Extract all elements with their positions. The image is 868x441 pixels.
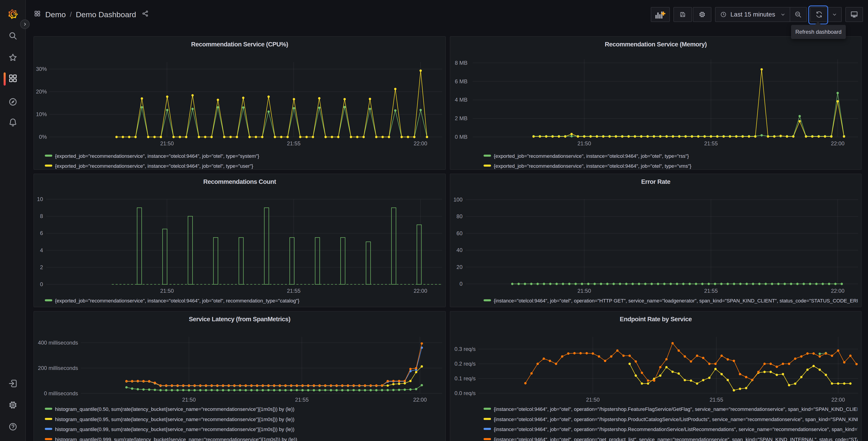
svg-text:0%: 0%	[39, 134, 47, 140]
svg-text:60: 60	[456, 230, 463, 236]
svg-text:20%: 20%	[36, 89, 47, 95]
svg-text:21:55: 21:55	[704, 288, 718, 294]
svg-text:0.0 req/s: 0.0 req/s	[455, 390, 476, 396]
svg-text:0.1 req/s: 0.1 req/s	[455, 375, 476, 381]
svg-text:20: 20	[456, 264, 463, 270]
svg-text:21:55: 21:55	[295, 396, 309, 403]
svg-text:0 MB: 0 MB	[455, 134, 467, 140]
svg-text:21:50: 21:50	[586, 396, 600, 403]
svg-text:22:00: 22:00	[414, 288, 427, 294]
svg-text:80: 80	[456, 213, 463, 219]
svg-text:4: 4	[40, 247, 43, 253]
svg-text:21:55: 21:55	[704, 140, 718, 146]
svg-text:22:00: 22:00	[414, 140, 427, 146]
svg-text:21:55: 21:55	[287, 140, 301, 146]
svg-text:40: 40	[456, 247, 463, 253]
svg-text:21:55: 21:55	[287, 288, 301, 294]
svg-text:21:50: 21:50	[578, 140, 591, 146]
svg-text:10%: 10%	[36, 111, 47, 117]
svg-text:0.2 req/s: 0.2 req/s	[455, 361, 476, 367]
svg-text:8 MB: 8 MB	[455, 60, 467, 66]
svg-text:22:00: 22:00	[831, 396, 845, 403]
svg-text:200 milliseconds: 200 milliseconds	[38, 365, 78, 371]
svg-text:0: 0	[460, 281, 463, 287]
svg-text:8: 8	[40, 213, 43, 219]
svg-text:100: 100	[454, 197, 463, 203]
svg-text:22:00: 22:00	[831, 140, 844, 146]
svg-text:22:00: 22:00	[413, 396, 427, 403]
svg-text:30%: 30%	[36, 66, 47, 72]
svg-text:21:50: 21:50	[160, 288, 174, 294]
svg-text:22:00: 22:00	[831, 288, 844, 294]
svg-text:21:50: 21:50	[578, 288, 591, 294]
svg-text:2 MB: 2 MB	[455, 115, 467, 121]
svg-text:2: 2	[40, 264, 43, 270]
svg-text:400 milliseconds: 400 milliseconds	[38, 340, 78, 346]
svg-text:6 MB: 6 MB	[455, 78, 467, 84]
svg-text:4 MB: 4 MB	[455, 97, 467, 103]
svg-text:0 milliseconds: 0 milliseconds	[44, 390, 78, 396]
svg-text:21:50: 21:50	[160, 140, 174, 146]
svg-text:21:55: 21:55	[710, 396, 723, 403]
svg-text:0.3 req/s: 0.3 req/s	[455, 346, 476, 352]
svg-text:0: 0	[40, 281, 43, 287]
svg-text:21:50: 21:50	[182, 396, 196, 403]
svg-text:6: 6	[40, 230, 43, 236]
svg-text:10: 10	[37, 196, 43, 202]
